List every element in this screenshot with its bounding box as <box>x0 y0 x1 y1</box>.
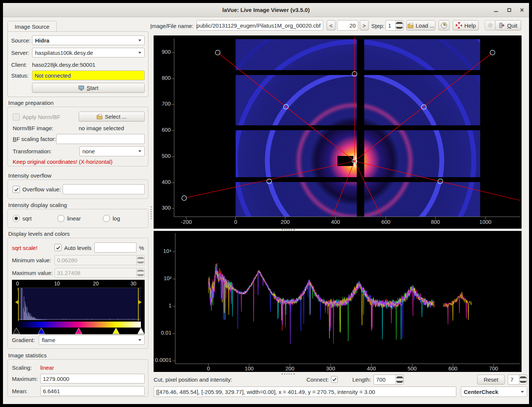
radio-sqrt[interactable] <box>13 215 20 222</box>
bf-scaling-input[interactable] <box>56 134 145 144</box>
minimize-icon <box>494 11 498 12</box>
gradient-stop-triangle[interactable] <box>138 328 144 334</box>
minimize-button[interactable] <box>491 6 500 14</box>
reset-button[interactable]: Reset <box>477 375 505 385</box>
cut-intensity-plot[interactable]: 10⁴10²10.010.00010100200300400500600700 <box>154 231 522 372</box>
timer-button[interactable] <box>438 20 450 31</box>
folder-icon <box>97 114 103 119</box>
maximize-icon <box>507 8 511 12</box>
histogram-widget[interactable]: 0102030 <box>12 280 145 334</box>
gradient-bar <box>16 322 141 328</box>
step-up-arrow[interactable] <box>396 21 403 25</box>
monitor-icon <box>78 85 84 91</box>
tick-label: 600 <box>375 219 397 225</box>
tick-label: 200 <box>279 366 301 372</box>
tool-combobox[interactable]: CenterCheck <box>461 386 527 397</box>
tick-label: 600 <box>442 366 464 372</box>
tab-image-source[interactable]: Image Source <box>7 21 57 32</box>
tick-label: 0.0001 <box>154 357 171 363</box>
tick-label: 400 <box>360 366 383 372</box>
stats-scaling-value: linear <box>40 364 54 371</box>
cuts-count-spinbox[interactable]: 7 <box>508 375 527 385</box>
tick-label: 500 <box>154 153 171 159</box>
status-label: Status: <box>11 72 29 79</box>
horizontal-splitter-handle[interactable] <box>281 229 295 230</box>
tick-label: 800 <box>154 75 171 81</box>
radio-linear[interactable] <box>57 215 64 222</box>
maximize-button[interactable] <box>505 6 514 14</box>
diffraction-image-plot[interactable]: -200020040060080010009008007006005004003… <box>154 35 522 229</box>
chevron-down-icon <box>135 36 144 45</box>
frame-number-input[interactable]: 20 <box>337 20 358 31</box>
tick-label: 200 <box>274 219 296 225</box>
file-name-input[interactable]: public/20131129_eugen/Pilatus1M_org_0002… <box>196 20 323 31</box>
client-value: haso228jk.desy.de:50001 <box>32 62 95 68</box>
connect-checkbox[interactable] <box>331 376 338 383</box>
tick-label: 10² <box>154 275 171 281</box>
settings-button[interactable] <box>485 20 496 31</box>
length-up-arrow[interactable] <box>396 375 403 380</box>
cut-info-field[interactable]: [[476.46, 485.54], [-205.99, 329.77], wi… <box>154 386 456 397</box>
transformation-label: Transformation: <box>13 148 51 154</box>
tick-label: 1 <box>154 303 171 309</box>
close-button[interactable]: × <box>517 6 526 14</box>
length-down-arrow[interactable] <box>396 380 403 385</box>
check-icon <box>14 187 19 192</box>
status-badge: Not connected <box>32 71 145 80</box>
cut-series <box>443 294 469 325</box>
section-title-levels: Display levels and colors <box>8 231 70 237</box>
gradient-stop-markers[interactable] <box>12 328 145 334</box>
radio-linear-label: linear <box>67 215 81 222</box>
tick-label: 900 <box>154 49 171 55</box>
auto-levels-label: Auto levels <box>64 245 91 251</box>
section-title-preparation: Image preparation <box>8 100 54 106</box>
apply-norm-checkbox[interactable] <box>13 113 20 120</box>
minimum-value-spinbox[interactable]: 0.06280 <box>54 255 145 265</box>
percent-label: % <box>139 245 144 251</box>
server-combobox[interactable]: haspilatus100k.desy.de <box>32 48 145 57</box>
gradient-combobox[interactable]: flame <box>39 335 145 345</box>
chevron-down-icon <box>135 147 144 156</box>
gradient-stop-triangle[interactable] <box>113 328 119 334</box>
exit-door-icon <box>499 22 505 28</box>
tick-label: 500 <box>401 366 423 372</box>
quit-button[interactable]: Quit <box>495 20 521 31</box>
start-button[interactable]: Start <box>32 83 145 93</box>
maximum-value-spinbox[interactable]: 31.27408 <box>54 268 145 278</box>
cut-series <box>208 270 432 344</box>
cuts-up-arrow[interactable] <box>519 375 527 380</box>
overflow-checkbox[interactable] <box>13 186 20 193</box>
clock-icon <box>441 22 447 29</box>
length-spinbox[interactable]: 700 <box>374 375 404 385</box>
cuts-down-arrow[interactable] <box>519 380 527 385</box>
source-combobox[interactable]: Hidra <box>32 35 145 45</box>
gradient-stop-triangle[interactable] <box>75 328 82 334</box>
gradient-stop-triangle[interactable] <box>38 328 45 334</box>
gradient-stop-triangle[interactable] <box>13 328 20 334</box>
tick-label: 400 <box>324 219 347 225</box>
stats-mean-field[interactable]: 6.6461 <box>40 386 145 396</box>
level-region-handle-grip[interactable] <box>15 300 19 304</box>
next-frame-button[interactable]: > <box>360 20 369 31</box>
auto-levels-checkbox[interactable] <box>54 244 62 251</box>
maximum-value-label: Maximum value: <box>12 270 53 276</box>
tick-label: 10⁴ <box>154 248 171 254</box>
norm-image-value: no image selected <box>79 125 124 131</box>
vertical-splitter-handle[interactable] <box>151 206 152 219</box>
tick-label: 700 <box>482 366 505 372</box>
overflow-value-input[interactable] <box>63 184 145 194</box>
prev-frame-button[interactable]: < <box>327 20 336 31</box>
radio-log[interactable] <box>103 215 110 222</box>
step-spinbox[interactable]: 1 <box>385 20 403 31</box>
help-button[interactable]: Help <box>453 20 479 31</box>
transformation-combobox[interactable]: none <box>79 146 145 156</box>
check-icon <box>56 245 60 250</box>
auto-levels-percent-input[interactable] <box>94 242 136 253</box>
cut-intensity-chart <box>154 231 522 372</box>
radio-sqrt-label: sqrt <box>22 215 32 222</box>
load-button[interactable]: Load ... <box>406 20 435 31</box>
stats-maximum-field[interactable]: 1279.0000 <box>40 374 145 383</box>
horizontal-splitter-handle-2[interactable] <box>281 373 295 375</box>
step-down-arrow[interactable] <box>396 25 403 30</box>
select-button[interactable]: Select ... <box>79 112 145 122</box>
